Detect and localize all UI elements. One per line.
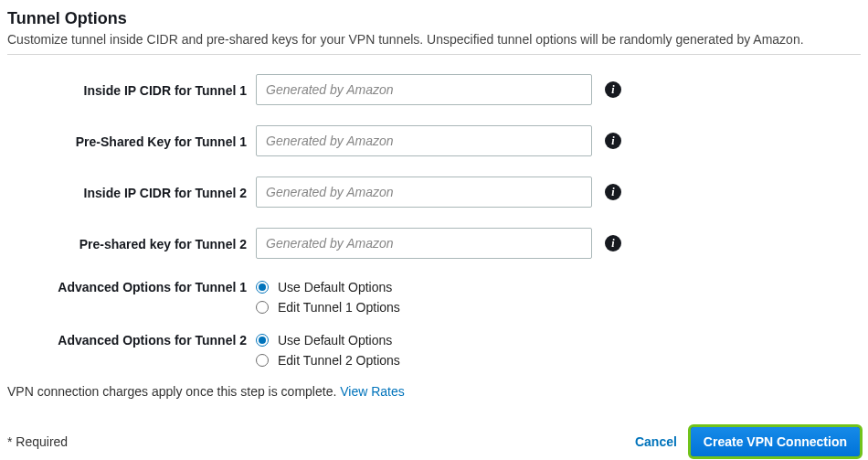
row-tunnel2-cidr: Inside IP CIDR for Tunnel 2 i — [7, 176, 861, 209]
info-icon[interactable]: i — [605, 235, 621, 251]
label-tunnel2-psk: Pre-shared key for Tunnel 2 — [7, 235, 256, 251]
radio-group-tunnel2: Use Default Options Edit Tunnel 2 Option… — [256, 331, 400, 368]
label-tunnel1-cidr: Inside IP CIDR for Tunnel 1 — [7, 81, 256, 98]
input-tunnel1-cidr[interactable] — [256, 74, 592, 105]
radio-tunnel1-edit[interactable]: Edit Tunnel 1 Options — [256, 300, 400, 315]
footer: * Required Cancel Create VPN Connection — [7, 426, 861, 457]
input-tunnel2-psk[interactable] — [256, 228, 592, 259]
radio-tunnel2-edit[interactable]: Edit Tunnel 2 Options — [256, 353, 400, 368]
row-tunnel1-cidr: Inside IP CIDR for Tunnel 1 i — [7, 73, 861, 106]
section-title: Tunnel Options — [7, 9, 861, 28]
field-tunnel2-psk: i — [256, 228, 621, 259]
info-icon[interactable]: i — [605, 81, 621, 98]
row-advanced-tunnel2: Advanced Options for Tunnel 2 Use Defaul… — [7, 331, 861, 368]
radio-group-tunnel1: Use Default Options Edit Tunnel 1 Option… — [256, 278, 400, 315]
view-rates-link[interactable]: View Rates — [340, 384, 405, 399]
radio-tunnel2-default[interactable]: Use Default Options — [256, 333, 400, 348]
radio-label-tunnel1-edit: Edit Tunnel 1 Options — [278, 300, 400, 315]
footer-actions: Cancel Create VPN Connection — [635, 426, 861, 457]
radio-label-tunnel2-edit: Edit Tunnel 2 Options — [278, 353, 400, 368]
radio-input-tunnel1-default[interactable] — [256, 281, 269, 294]
create-vpn-connection-button[interactable]: Create VPN Connection — [690, 426, 861, 457]
field-tunnel1-cidr: i — [256, 74, 621, 105]
row-tunnel1-psk: Pre-Shared Key for Tunnel 1 i — [7, 124, 861, 157]
radio-input-tunnel2-edit[interactable] — [256, 354, 269, 367]
charges-text: VPN connection charges apply once this s… — [7, 384, 340, 399]
label-tunnel2-cidr: Inside IP CIDR for Tunnel 2 — [7, 184, 256, 200]
radio-tunnel1-default[interactable]: Use Default Options — [256, 280, 400, 294]
required-note: * Required — [7, 434, 68, 449]
info-icon[interactable]: i — [605, 184, 621, 200]
info-icon[interactable]: i — [605, 133, 621, 149]
label-advanced-tunnel1: Advanced Options for Tunnel 1 — [7, 278, 256, 294]
input-tunnel1-psk[interactable] — [256, 125, 592, 156]
radio-label-tunnel2-default: Use Default Options — [278, 333, 392, 348]
row-tunnel2-psk: Pre-shared key for Tunnel 2 i — [7, 227, 861, 260]
field-advanced-tunnel1: Use Default Options Edit Tunnel 1 Option… — [256, 278, 400, 315]
row-advanced-tunnel1: Advanced Options for Tunnel 1 Use Defaul… — [7, 278, 861, 315]
label-tunnel1-psk: Pre-Shared Key for Tunnel 1 — [7, 133, 256, 149]
radio-input-tunnel1-edit[interactable] — [256, 301, 269, 314]
section-description: Customize tunnel inside CIDR and pre-sha… — [7, 32, 861, 47]
field-tunnel2-cidr: i — [256, 177, 621, 208]
label-advanced-tunnel2: Advanced Options for Tunnel 2 — [7, 331, 256, 348]
field-advanced-tunnel2: Use Default Options Edit Tunnel 2 Option… — [256, 331, 400, 368]
charges-notice: VPN connection charges apply once this s… — [7, 384, 861, 399]
radio-input-tunnel2-default[interactable] — [256, 334, 269, 347]
field-tunnel1-psk: i — [256, 125, 621, 156]
radio-label-tunnel1-default: Use Default Options — [278, 280, 392, 294]
cancel-button[interactable]: Cancel — [635, 434, 677, 449]
input-tunnel2-cidr[interactable] — [256, 177, 592, 208]
divider — [7, 54, 861, 55]
